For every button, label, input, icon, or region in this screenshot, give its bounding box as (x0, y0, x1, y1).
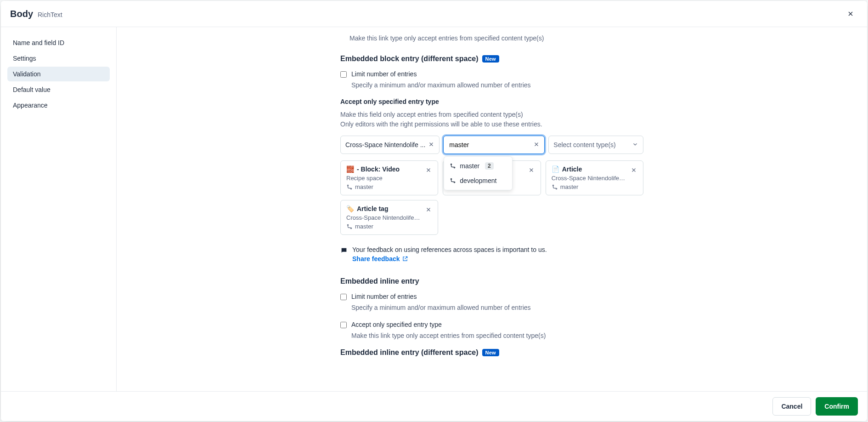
dropdown-item-label: master (460, 162, 479, 170)
checkbox-limit-entries-inline[interactable] (340, 294, 347, 300)
space-selector-clear[interactable] (428, 141, 434, 149)
chip-env-text: master (355, 223, 373, 230)
option-help: Specify a minimum and/or maximum allowed… (351, 303, 643, 312)
content-type-chevron (632, 141, 638, 149)
sidebar-item-label: Default value (13, 86, 51, 93)
branch-icon (552, 184, 558, 190)
close-button[interactable] (843, 6, 858, 21)
confirm-button[interactable]: Confirm (816, 397, 858, 416)
chip-title: 📄 Article (552, 165, 626, 173)
svg-point-2 (451, 179, 452, 180)
environment-dropdown: master 2 development (444, 156, 513, 190)
modal-header: Body RichText (1, 1, 867, 27)
option-label: Limit number of entries (351, 293, 417, 300)
chip-remove-button[interactable] (527, 165, 536, 175)
chip-env: master (552, 183, 626, 190)
close-icon (533, 141, 540, 148)
environment-input[interactable] (448, 141, 530, 149)
svg-point-7 (552, 185, 553, 186)
content-type-selector[interactable]: Select content type(s) (548, 136, 643, 154)
feedback-text: Your feedback on using references across… (352, 246, 547, 253)
branch-icon (450, 177, 456, 184)
subdesc-line1: Make this field only accept entries from… (340, 111, 523, 118)
dropdown-item-development[interactable]: development (444, 173, 512, 188)
svg-point-3 (454, 182, 455, 183)
chip-title-text: Article (562, 165, 582, 173)
page-subtitle: RichText (38, 11, 62, 18)
environment-selector[interactable]: master 2 development (443, 136, 545, 154)
sidebar-item-label: Settings (13, 55, 36, 62)
chip-space: Cross-Space Nintendolife - E... (346, 214, 421, 221)
environment-selector-clear[interactable] (533, 141, 540, 149)
chip-env: master (346, 223, 421, 230)
section-title: Embedded block entry (different space) (340, 55, 479, 63)
branch-icon (450, 163, 456, 169)
svg-point-8 (556, 188, 557, 189)
sidebar-item-label: Appearance (13, 102, 48, 109)
sidebar-item-default-value[interactable]: Default value (7, 82, 110, 97)
content-type-chip: 🏷️ Article tag Cross-Space Nintendolife … (340, 200, 438, 235)
sidebar-item-label: Name and field ID (13, 39, 64, 46)
modal-container: Body RichText Name and field ID Settings… (1, 1, 867, 421)
section-heading-embedded-block: Embedded block entry (different space) N… (340, 55, 643, 63)
sidebar-item-validation[interactable]: Validation (7, 67, 110, 81)
option-label: Accept only specified entry type (351, 321, 442, 328)
sidebar: Name and field ID Settings Validation De… (1, 27, 117, 391)
svg-point-4 (347, 185, 348, 186)
dropdown-item-count: 2 (485, 162, 494, 170)
space-selector-value: Cross-Space Nintendolife ... (345, 141, 425, 148)
chip-remove-button[interactable] (424, 165, 433, 175)
section-title: Embedded inline entry (different space) (340, 348, 479, 357)
section-heading-embedded-inline-diff: Embedded inline entry (different space) … (340, 348, 643, 357)
option-limit-entries-inline: Limit number of entries (340, 293, 643, 300)
section-heading-embedded-inline: Embedded inline entry (340, 277, 643, 285)
space-selector[interactable]: Cross-Space Nintendolife ... (340, 136, 440, 154)
svg-point-5 (350, 188, 351, 189)
sidebar-item-appearance[interactable]: Appearance (7, 98, 110, 113)
chip-remove-button[interactable] (629, 165, 638, 175)
close-icon (425, 167, 432, 173)
branch-icon (346, 223, 353, 230)
badge-new: New (482, 55, 499, 63)
modal-body: Name and field ID Settings Validation De… (1, 27, 867, 391)
chip-title-text: Article tag (357, 205, 388, 212)
dropdown-item-label: development (460, 177, 496, 184)
close-icon (528, 167, 535, 173)
chip-remove-button[interactable] (424, 205, 433, 214)
checkbox-accept-type-inline[interactable] (340, 322, 347, 328)
svg-point-10 (350, 228, 351, 228)
modal-footer: Cancel Confirm (1, 391, 867, 421)
dropdown-item-master[interactable]: master 2 (444, 159, 512, 173)
sidebar-item-name-field-id[interactable]: Name and field ID (7, 35, 110, 50)
chip-env-text: master (560, 183, 579, 190)
checkbox-limit-entries-block[interactable] (340, 71, 347, 78)
chip-title: 🧱 - Block: Video (346, 165, 421, 173)
svg-point-1 (454, 167, 455, 168)
cancel-button[interactable]: Cancel (772, 397, 811, 416)
chip-emoji: 🏷️ (346, 205, 354, 212)
svg-point-0 (451, 164, 452, 165)
content-type-chip: 📄 Article Cross-Space Nintendolife - E..… (546, 160, 643, 195)
header-left: Body RichText (10, 9, 62, 19)
chip-env: master (346, 183, 421, 190)
close-icon (847, 10, 854, 17)
sidebar-item-settings[interactable]: Settings (7, 51, 110, 66)
option-label: Limit number of entries (351, 70, 417, 78)
option-help: Make this link type only accept entries … (351, 331, 643, 340)
section-title: Embedded inline entry (340, 277, 419, 285)
subdesc-line2: Only editors with the right permissions … (340, 120, 542, 128)
option-limit-entries-block: Limit number of entries (340, 70, 643, 78)
content-scroll[interactable]: Make this link type only accept entries … (117, 27, 867, 391)
content-type-placeholder: Select content type(s) (553, 141, 629, 148)
branch-icon (346, 184, 353, 190)
close-icon (425, 206, 432, 213)
chip-title: 🏷️ Article tag (346, 205, 421, 212)
subdesc-accept-type: Make this field only accept entries from… (340, 110, 643, 129)
share-feedback-link[interactable]: Share feedback (352, 255, 408, 262)
chip-env-text: master (355, 183, 373, 190)
close-icon (631, 167, 637, 173)
chevron-down-icon (632, 141, 638, 148)
chip-emoji: 🧱 (346, 165, 354, 173)
selectors-row: Cross-Space Nintendolife ... (340, 136, 643, 154)
truncated-prev-section-help: Make this link type only accept entries … (340, 34, 643, 42)
